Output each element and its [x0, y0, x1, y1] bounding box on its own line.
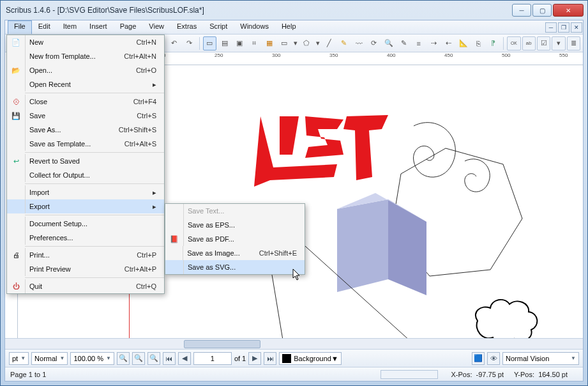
last-page-button[interactable]: ⏭	[264, 352, 276, 365]
color-management-button[interactable]: 🟦	[472, 352, 485, 365]
measure-tool[interactable]: 📐	[456, 36, 470, 50]
titlebar[interactable]: Scribus 1.4.6 - [D:\SVG Editor\Save File…	[1, 1, 587, 20]
file-menu-save[interactable]: 💾SaveCtrl+S	[7, 109, 164, 123]
menu-view[interactable]: View	[142, 20, 170, 34]
file-menu-document-setup[interactable]: Document Setup...	[7, 217, 164, 231]
zoom-tool[interactable]: 🔍	[382, 36, 395, 50]
mdi-close-button[interactable]: ✕	[571, 22, 582, 33]
pdf-listbox-tool[interactable]: ≣	[567, 36, 580, 50]
next-page-button[interactable]: ▶	[248, 352, 261, 365]
file-menu-print[interactable]: 🖨Print...Ctrl+P	[7, 248, 164, 262]
file-menu-open[interactable]: 📂Open...Ctrl+O	[7, 63, 164, 77]
zoom-out-button[interactable]: 🔍	[117, 352, 130, 365]
menu-insert[interactable]: Insert	[83, 20, 114, 34]
layer-select[interactable]: Background▼	[279, 352, 342, 365]
close-icon: ⮾	[7, 98, 25, 105]
file-menu: 📄NewCtrl+N New from Template...Ctrl+Alt+…	[6, 35, 165, 294]
select-tool[interactable]: ▭	[203, 36, 216, 50]
export-save-svg[interactable]: Save as SVG...	[165, 260, 305, 274]
unit-select[interactable]: pt▼	[9, 352, 29, 365]
file-menu-save-as[interactable]: Save As...Ctrl+Shift+S	[7, 123, 164, 137]
zoom-in-button[interactable]: 🔍	[147, 352, 160, 365]
vision-select[interactable]: Normal Vision▼	[502, 352, 579, 365]
mdi-restore-button[interactable]: ❐	[558, 22, 569, 33]
file-menu-quit[interactable]: ⏻QuitCtrl+Q	[7, 279, 164, 293]
horizontal-scrollbar[interactable]	[5, 338, 583, 349]
file-menu-open-recent[interactable]: Open Recent▸	[7, 77, 164, 91]
file-menu-collect[interactable]: Collect for Output...	[7, 168, 164, 182]
text-frame-tool[interactable]: ▤	[218, 36, 231, 50]
copy-props-tool[interactable]: ⎘	[472, 36, 485, 50]
page-number-field[interactable]	[193, 352, 232, 365]
render-frame-tool[interactable]: ⌗	[248, 36, 261, 50]
export-save-image[interactable]: Save as Image...Ctrl+Shift+E	[165, 246, 305, 260]
file-menu-save-as-template[interactable]: Save as Template...Ctrl+Alt+S	[7, 137, 164, 151]
revert-icon: ↩	[7, 157, 25, 166]
file-menu-export[interactable]: Export▸	[7, 199, 164, 213]
shape-tool[interactable]: ▭	[278, 36, 291, 50]
menu-help[interactable]: Help	[275, 20, 303, 34]
edit-contents-tool[interactable]: ✎	[397, 36, 411, 50]
file-menu-new[interactable]: 📄NewCtrl+N	[7, 35, 164, 49]
freehand-tool[interactable]: 〰	[352, 36, 366, 50]
file-menu-import[interactable]: Import▸	[7, 185, 164, 199]
polygon-tool[interactable]: ⬠	[300, 36, 313, 50]
undo-button[interactable]: ↶	[167, 36, 181, 50]
page-total-label: of 1	[234, 355, 246, 362]
export-save-text[interactable]: Save Text...	[165, 204, 305, 218]
zoom-reset-button[interactable]: 🔍	[132, 352, 145, 365]
menu-windows[interactable]: Windows	[234, 20, 275, 34]
page-range-label: Page 1 to 1	[10, 371, 46, 378]
pdf-text-field-tool[interactable]: ab	[522, 36, 536, 50]
table-tool[interactable]: ▦	[262, 36, 276, 50]
pdf-checkbox-tool[interactable]: ☑	[537, 36, 550, 50]
close-button[interactable]: ✕	[553, 4, 584, 17]
link-frames-tool[interactable]: ⇢	[426, 36, 440, 50]
file-menu-close[interactable]: ⮾CloseCtrl+F4	[7, 95, 164, 109]
open-icon: 📂	[7, 66, 25, 75]
menu-item[interactable]: Item	[57, 20, 83, 34]
menu-page[interactable]: Page	[114, 20, 143, 34]
ypos-label: Y-Pos: 164.50 pt	[514, 371, 568, 378]
menu-edit[interactable]: Edit	[32, 20, 57, 34]
svg-marker-1	[337, 199, 388, 292]
polygon-dropdown[interactable]: ▾	[315, 36, 321, 50]
shape-dropdown[interactable]: ▾	[292, 36, 299, 50]
file-menu-revert[interactable]: ↩Revert to Saved	[7, 154, 164, 168]
rotate-tool[interactable]: ⟳	[367, 36, 381, 50]
preview-button[interactable]: 👁	[487, 352, 500, 365]
prev-page-button[interactable]: ◀	[178, 352, 191, 365]
pdf-combobox-tool[interactable]: ▾	[552, 36, 565, 50]
redo-button[interactable]: ↷	[182, 36, 195, 50]
save-icon: 💾	[7, 112, 25, 120]
scrollbar-thumb[interactable]	[184, 340, 260, 348]
first-page-button[interactable]: ⏮	[163, 352, 176, 365]
menu-script[interactable]: Script	[203, 20, 234, 34]
mdi-minimize-button[interactable]: ─	[545, 22, 557, 33]
unlink-frames-tool[interactable]: ⇠	[442, 36, 455, 50]
statusbar: Page 1 to 1 X-Pos: -97.75 pt Y-Pos: 164.…	[5, 367, 583, 381]
menu-file[interactable]: File	[8, 20, 32, 34]
bottom-bar: pt▼ Normal▼ 100.00 %▼ 🔍 🔍 🔍 ⏮ ◀ of 1 ▶ ⏭…	[5, 349, 583, 367]
export-submenu: Save Text... Save as EPS... 📕Save as PDF…	[165, 203, 305, 275]
export-save-pdf[interactable]: 📕Save as PDF...	[165, 232, 305, 246]
image-frame-tool[interactable]: ▣	[232, 36, 246, 50]
pdf-icon: 📕	[165, 235, 183, 243]
minimize-button[interactable]: ─	[512, 4, 531, 17]
eyedropper-tool[interactable]: ⁋	[486, 36, 500, 50]
maximize-button[interactable]: ▢	[532, 4, 552, 17]
file-menu-preferences[interactable]: Preferences...	[7, 231, 164, 245]
new-icon: 📄	[7, 38, 25, 47]
quit-icon: ⏻	[7, 282, 25, 290]
pdf-push-button-tool[interactable]: OK	[507, 36, 520, 50]
story-editor-tool[interactable]: ≡	[412, 36, 425, 50]
file-menu-new-template[interactable]: New from Template...Ctrl+Alt+N	[7, 49, 164, 63]
line-tool[interactable]: ╱	[322, 36, 336, 50]
zoom-field[interactable]: 100.00 %▼	[70, 352, 114, 365]
bezier-tool[interactable]: ✎	[337, 36, 351, 50]
menu-extras[interactable]: Extras	[170, 20, 203, 34]
export-save-eps[interactable]: Save as EPS...	[165, 218, 305, 232]
file-menu-print-preview[interactable]: Print PreviewCtrl+Alt+P	[7, 262, 164, 276]
window-frame: Scribus 1.4.6 - [D:\SVG Editor\Save File…	[0, 0, 588, 386]
viewmode-select[interactable]: Normal▼	[31, 352, 68, 365]
